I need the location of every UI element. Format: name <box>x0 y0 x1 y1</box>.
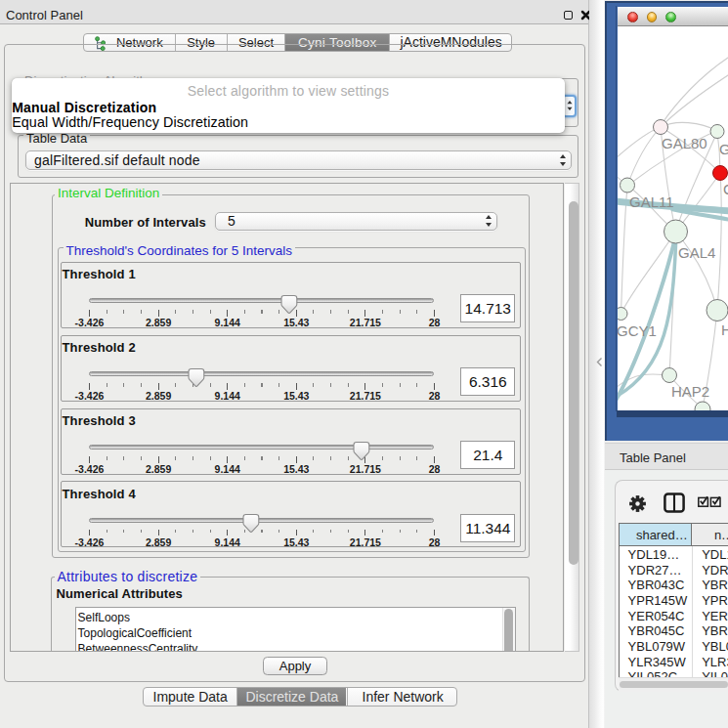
svg-text:GAL4: GAL4 <box>678 244 715 261</box>
svg-text:GCY1: GCY1 <box>618 322 657 339</box>
svg-text:HAP2: HAP2 <box>671 383 709 400</box>
svg-text:GAL80: GAL80 <box>662 135 707 151</box>
svg-text:GA: GA <box>719 141 728 157</box>
svg-text:C: C <box>723 181 728 197</box>
svg-text:H: H <box>721 321 728 338</box>
svg-text:GAL11: GAL11 <box>629 193 674 210</box>
